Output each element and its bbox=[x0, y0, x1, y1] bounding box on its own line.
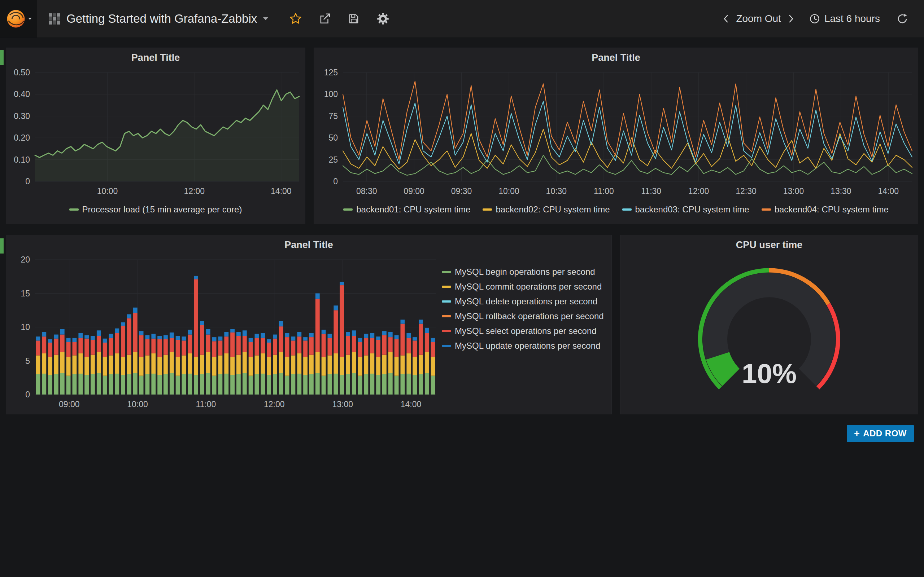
cpu-user-time-gauge[interactable]: 10% bbox=[620, 254, 918, 415]
add-row-button[interactable]: + ADD ROW bbox=[847, 425, 914, 442]
share-icon bbox=[319, 13, 331, 25]
legend-item[interactable]: MySQL select operations per second bbox=[442, 326, 606, 336]
legend-label: backend01: CPU system time bbox=[356, 205, 470, 214]
svg-text:125: 125 bbox=[324, 68, 338, 77]
panel-processor-load: Panel Title 10:0012:0014:0000.100.200.30… bbox=[6, 48, 305, 224]
svg-text:5: 5 bbox=[25, 356, 30, 366]
legend-swatch bbox=[442, 345, 451, 347]
panel-title[interactable]: Panel Title bbox=[6, 48, 305, 67]
chevron-left-icon bbox=[722, 14, 729, 24]
legend-label: backend02: CPU system time bbox=[496, 205, 610, 214]
settings-button[interactable] bbox=[376, 12, 389, 25]
caret-down-icon bbox=[263, 17, 268, 20]
svg-text:13:00: 13:00 bbox=[332, 400, 353, 409]
processor-load-chart[interactable]: 10:0012:0014:0000.100.200.300.400.50 bbox=[6, 67, 305, 199]
svg-text:10:00: 10:00 bbox=[127, 400, 148, 409]
legend-swatch bbox=[483, 208, 492, 211]
svg-text:12:00: 12:00 bbox=[688, 187, 709, 196]
legend-swatch bbox=[762, 208, 771, 211]
legend-label: MySQL delete operations per second bbox=[455, 297, 597, 306]
zoom-out-button[interactable]: Zoom Out bbox=[736, 13, 781, 24]
legend-item[interactable]: MySQL update operations per second bbox=[442, 341, 606, 351]
legend-swatch bbox=[442, 271, 451, 273]
dashboard-title-dropdown[interactable]: Getting Started with Grafana-Zabbix bbox=[49, 0, 268, 37]
time-range-button[interactable]: Last 6 hours bbox=[809, 13, 880, 24]
svg-text:10: 10 bbox=[21, 322, 30, 332]
svg-text:75: 75 bbox=[328, 111, 338, 121]
panel-title[interactable]: CPU user time bbox=[620, 235, 918, 254]
svg-text:100: 100 bbox=[324, 89, 338, 99]
panel-cpu-user-time: CPU user time 10% bbox=[620, 235, 918, 414]
time-forward-button[interactable] bbox=[788, 14, 795, 24]
legend-item[interactable]: backend03: CPU system time bbox=[622, 205, 749, 214]
svg-text:20: 20 bbox=[21, 255, 30, 264]
svg-text:15: 15 bbox=[21, 289, 30, 298]
legend-item[interactable]: MySQL begin operations per second bbox=[442, 267, 606, 277]
svg-text:0.40: 0.40 bbox=[14, 89, 30, 99]
svg-text:14:00: 14:00 bbox=[271, 187, 292, 196]
add-row-bar: + ADD ROW bbox=[6, 425, 914, 442]
refresh-button[interactable] bbox=[897, 13, 908, 24]
svg-text:0: 0 bbox=[25, 177, 30, 186]
svg-text:09:00: 09:00 bbox=[59, 400, 80, 409]
svg-text:08:30: 08:30 bbox=[356, 187, 377, 196]
legend-item[interactable]: backend02: CPU system time bbox=[483, 205, 610, 214]
navbar-actions bbox=[289, 12, 389, 25]
svg-text:10:00: 10:00 bbox=[498, 187, 519, 196]
legend-swatch bbox=[69, 208, 79, 211]
svg-text:0: 0 bbox=[25, 390, 30, 399]
svg-text:0.30: 0.30 bbox=[14, 111, 30, 121]
panel-title[interactable]: Panel Title bbox=[314, 48, 918, 67]
legend-swatch bbox=[343, 208, 353, 211]
legend-label: MySQL begin operations per second bbox=[455, 267, 595, 277]
star-button[interactable] bbox=[289, 12, 302, 25]
time-back-button[interactable] bbox=[722, 14, 729, 24]
svg-text:09:30: 09:30 bbox=[451, 187, 472, 196]
legend-label: backend04: CPU system time bbox=[775, 205, 888, 214]
add-row-label: ADD ROW bbox=[863, 429, 907, 438]
legend-label: MySQL commit operations per second bbox=[455, 282, 602, 292]
dashboard-row: Panel Title 09:0010:0011:0012:0013:0014:… bbox=[6, 235, 918, 414]
time-range-label: Last 6 hours bbox=[824, 13, 880, 24]
svg-text:0.20: 0.20 bbox=[14, 133, 30, 142]
chevron-right-icon bbox=[788, 14, 795, 24]
cpu-system-time-chart[interactable]: 08:3009:0009:3010:0010:3011:0011:3012:00… bbox=[314, 67, 918, 199]
chart-legend: Processor load (15 min average per core) bbox=[6, 205, 305, 214]
panel-title[interactable]: Panel Title bbox=[6, 235, 611, 254]
gear-icon bbox=[376, 12, 389, 25]
legend-swatch bbox=[442, 330, 451, 332]
chart-legend: backend01: CPU system timebackend02: CPU… bbox=[314, 205, 918, 214]
share-button[interactable] bbox=[319, 13, 331, 25]
row-menu-handle[interactable] bbox=[0, 239, 3, 253]
svg-text:13:30: 13:30 bbox=[830, 187, 851, 196]
row-menu-handle[interactable] bbox=[0, 50, 3, 65]
dashboard-row: Panel Title 10:0012:0014:0000.100.200.30… bbox=[6, 48, 918, 224]
panel-mysql-operations: Panel Title 09:0010:0011:0012:0013:0014:… bbox=[6, 235, 612, 414]
chart-legend: MySQL begin operations per secondMySQL c… bbox=[442, 254, 611, 415]
legend-swatch bbox=[442, 285, 451, 288]
svg-text:25: 25 bbox=[328, 155, 338, 164]
legend-label: MySQL update operations per second bbox=[455, 341, 600, 351]
navbar: Getting Started with Grafana-Zabbix bbox=[0, 0, 924, 38]
legend-item[interactable]: MySQL commit operations per second bbox=[442, 282, 606, 292]
time-controls: Zoom Out Last 6 hours bbox=[722, 13, 924, 24]
grafana-menu-button[interactable] bbox=[0, 0, 37, 37]
legend-item[interactable]: backend04: CPU system time bbox=[762, 205, 888, 214]
legend-item[interactable]: Processor load (15 min average per core) bbox=[69, 205, 242, 214]
clock-icon bbox=[809, 13, 820, 24]
zoom-out-label: Zoom Out bbox=[736, 13, 781, 24]
svg-text:12:30: 12:30 bbox=[736, 187, 756, 196]
plus-icon: + bbox=[854, 429, 860, 438]
save-button[interactable] bbox=[347, 13, 360, 25]
legend-item[interactable]: MySQL delete operations per second bbox=[442, 297, 606, 306]
legend-label: MySQL rollback operations per second bbox=[455, 311, 604, 321]
svg-text:14:00: 14:00 bbox=[401, 400, 422, 409]
legend-swatch bbox=[442, 300, 451, 303]
grafana-logo-icon bbox=[5, 8, 26, 29]
mysql-operations-chart[interactable]: 09:0010:0011:0012:0013:0014:0005101520 bbox=[6, 254, 442, 412]
legend-item[interactable]: MySQL rollback operations per second bbox=[442, 311, 606, 321]
dashboard-grid-icon bbox=[49, 13, 60, 24]
svg-text:11:00: 11:00 bbox=[594, 187, 614, 196]
grafana-app: Getting Started with Grafana-Zabbix bbox=[0, 0, 924, 577]
legend-item[interactable]: backend01: CPU system time bbox=[343, 205, 470, 214]
